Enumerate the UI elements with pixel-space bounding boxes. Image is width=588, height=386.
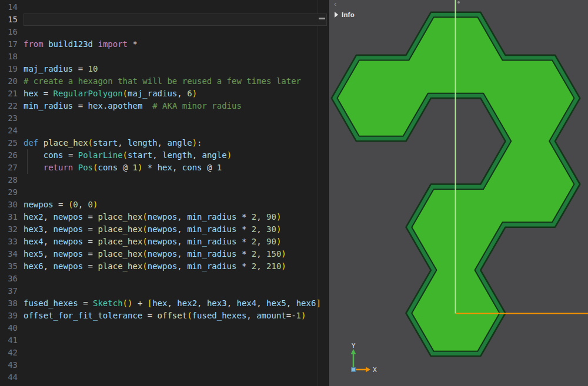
code-line-content	[24, 359, 327, 371]
code-line-content: hex3, newpos = place_hex(newpos, min_rad…	[24, 223, 327, 236]
line-number: 27	[0, 162, 18, 174]
info-button-label: Info	[342, 11, 355, 18]
code-line-content	[24, 273, 327, 285]
code-line[interactable]: 30newpos = (0, 0)	[0, 199, 328, 211]
line-number: 25	[0, 137, 18, 149]
line-number: 41	[0, 334, 18, 347]
line-number: 24	[0, 125, 18, 137]
code-line[interactable]: 37	[0, 285, 328, 297]
code-line[interactable]: 35hex6, newpos = place_hex(newpos, min_r…	[0, 260, 328, 273]
viewer-svg	[329, 0, 588, 386]
code-line-content: # create a hexagon that will be reused a…	[24, 75, 327, 88]
code-line-content: newpos = (0, 0)	[24, 199, 327, 211]
code-line-content: min_radius = hex.apothem # AKA minor rad…	[24, 100, 327, 112]
code-line-content: hex = RegularPolygon(maj_radius, 6)	[24, 88, 327, 100]
line-number: 16	[0, 26, 18, 38]
code-line-content	[24, 125, 327, 137]
code-line[interactable]: 42	[0, 347, 328, 359]
code-line[interactable]: 20# create a hexagon that will be reused…	[0, 75, 328, 88]
line-number: 23	[0, 112, 18, 125]
gizmo-x-arrowhead	[366, 367, 370, 372]
line-number: 43	[0, 359, 18, 371]
code-line[interactable]: 40	[0, 322, 328, 334]
code-line[interactable]: 45	[0, 384, 328, 386]
line-number: 28	[0, 174, 18, 186]
code-line-content: offset_for_fit_tolerance = offset(fused_…	[24, 310, 327, 322]
code-line-content	[24, 285, 327, 297]
line-number: 17	[0, 38, 18, 51]
overview-ruler-cursor-mark	[319, 18, 325, 19]
code-line-content	[24, 1, 327, 14]
line-number: 40	[0, 322, 18, 334]
code-line[interactable]: 36	[0, 273, 328, 285]
code-line[interactable]: 33hex4, newpos = place_hex(newpos, min_r…	[0, 236, 328, 248]
line-number: 44	[0, 371, 18, 384]
line-number: 19	[0, 63, 18, 75]
code-line-content	[24, 174, 327, 186]
code-line[interactable]: 27 return Pos(cons @ 1) * hex, cons @ 1	[0, 162, 328, 174]
line-number: 38	[0, 297, 18, 310]
code-line-content	[24, 347, 327, 359]
panel-collapse-icon[interactable]: ‹	[334, 0, 336, 9]
code-line[interactable]: 31hex2, newpos = place_hex(newpos, min_r…	[0, 211, 328, 223]
code-line[interactable]: 19maj_radius = 10	[0, 63, 328, 75]
code-line[interactable]: 34hex5, newpos = place_hex(newpos, min_r…	[0, 248, 328, 260]
line-number: 31	[0, 211, 18, 223]
code-line-content: hex5, newpos = place_hex(newpos, min_rad…	[24, 248, 327, 260]
code-line-content: fused_hexes = Sketch() + [hex, hex2, hex…	[24, 297, 327, 310]
cad-viewer[interactable]: ‹ Info Y X	[328, 0, 588, 386]
code-line-content	[24, 186, 327, 199]
code-line[interactable]: 39offset_for_fit_tolerance = offset(fuse…	[0, 310, 328, 322]
info-button[interactable]: Info	[335, 11, 355, 18]
code-line-content	[24, 334, 327, 347]
line-number: 26	[0, 149, 18, 162]
line-number: 15	[0, 14, 18, 26]
code-line[interactable]: 16	[0, 26, 328, 38]
code-line[interactable]: 24	[0, 125, 328, 137]
line-number: 21	[0, 88, 18, 100]
code-line[interactable]: 18	[0, 51, 328, 63]
code-line[interactable]: 26 cons = PolarLine(start, length, angle…	[0, 149, 328, 162]
code-line[interactable]: 23	[0, 112, 328, 125]
axis-gizmo[interactable]: Y X	[340, 343, 385, 378]
code-line-content	[24, 26, 327, 38]
code-line[interactable]: 17from build123d import *	[0, 38, 328, 51]
code-line-content: return Pos(cons @ 1) * hex, cons @ 1	[24, 162, 327, 174]
code-line[interactable]: 43	[0, 359, 328, 371]
line-number: 42	[0, 347, 18, 359]
gizmo-y-label: Y	[352, 343, 356, 349]
code-line-content: from build123d import *	[24, 38, 327, 51]
info-expand-icon	[335, 12, 338, 18]
gizmo-x-label: X	[373, 367, 377, 373]
line-number: 22	[0, 100, 18, 112]
code-line-content	[24, 371, 327, 384]
code-line-content	[24, 384, 327, 386]
line-number: 18	[0, 51, 18, 63]
line-number: 30	[0, 199, 18, 211]
line-number: 20	[0, 75, 18, 88]
code-line[interactable]: 25def place_hex(start, length, angle):	[0, 137, 328, 149]
code-line-content: cons = PolarLine(start, length, angle)	[24, 149, 327, 162]
code-line[interactable]: 41	[0, 334, 328, 347]
code-line-content	[24, 322, 327, 334]
line-number: 35	[0, 260, 18, 273]
code-line[interactable]: 14	[0, 1, 328, 14]
code-line[interactable]: 29	[0, 186, 328, 199]
axis-top-marker	[457, 1, 460, 4]
code-line[interactable]: 38fused_hexes = Sketch() + [hex, hex2, h…	[0, 297, 328, 310]
code-line[interactable]: 22min_radius = hex.apothem # AKA minor r…	[0, 100, 328, 112]
line-number: 45	[0, 384, 18, 386]
line-number: 36	[0, 273, 18, 285]
code-line[interactable]: 21hex = RegularPolygon(maj_radius, 6)	[0, 88, 328, 100]
code-line[interactable]: 44	[0, 371, 328, 384]
code-line[interactable]: 28	[0, 174, 328, 186]
code-line-content	[24, 112, 327, 125]
line-number: 14	[0, 1, 18, 14]
code-line-content	[24, 14, 327, 26]
code-line[interactable]: 15	[0, 14, 328, 26]
line-number: 32	[0, 223, 18, 236]
line-number: 33	[0, 236, 18, 248]
gizmo-z-dot	[352, 368, 356, 372]
line-number: 39	[0, 310, 18, 322]
code-line[interactable]: 32hex3, newpos = place_hex(newpos, min_r…	[0, 223, 328, 236]
